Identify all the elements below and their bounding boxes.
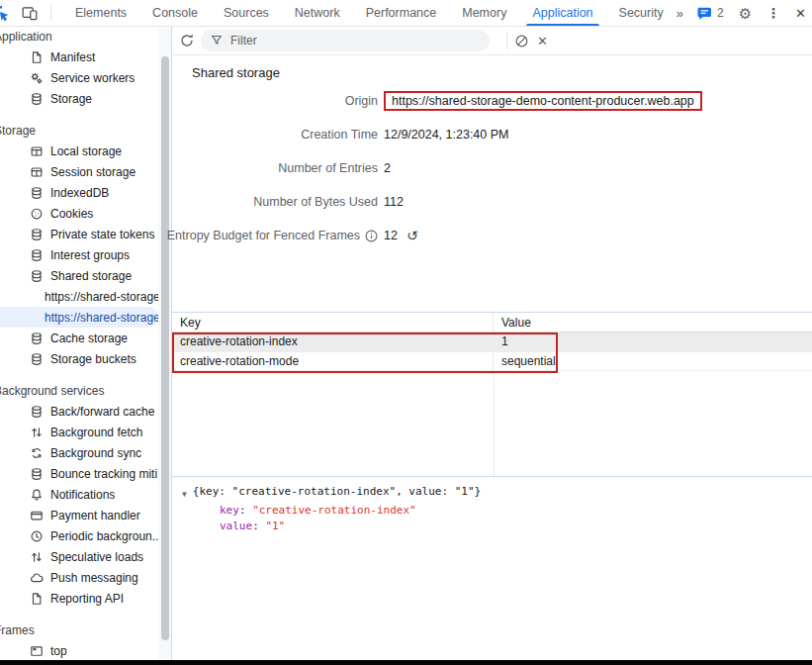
sidebar-item-storage[interactable]: Storage: [0, 88, 171, 109]
column-header-key[interactable]: Key: [172, 313, 494, 332]
issues-counter[interactable]: 2: [697, 6, 724, 20]
clear-all-icon[interactable]: [512, 32, 530, 49]
devtools-tab-bar: ElementsConsoleSourcesNetworkPerformance…: [0, 0, 812, 27]
expand-triangle-icon[interactable]: ▼: [182, 487, 187, 503]
sidebar-item-background-sync[interactable]: Background sync: [0, 442, 171, 463]
detail-label: Number of Bytes Used: [178, 195, 378, 209]
detail-label: Entropy Budget for Fenced Frames: [178, 229, 378, 242]
cell-key: creative-rotation-index: [172, 332, 494, 351]
sidebar-item-bounce-tracking-miti[interactable]: Bounce tracking miti...: [0, 463, 171, 484]
tab-network[interactable]: Network: [282, 0, 353, 26]
sidebar-item-background-fetch[interactable]: Background fetch: [0, 422, 171, 442]
filter-input[interactable]: [228, 33, 480, 48]
detail-value: 2: [384, 161, 391, 175]
sidebar-item-label: Payment handler: [50, 509, 140, 522]
column-divider[interactable]: [494, 371, 495, 476]
settings-gear-icon[interactable]: ⚙: [739, 6, 752, 21]
refresh-icon[interactable]: [178, 32, 196, 49]
sidebar-item-interest-groups[interactable]: Interest groups: [0, 244, 171, 265]
payment-card-icon: [30, 509, 44, 522]
detail-value-text-annotated: https://shared-storage-demo-content-prod…: [384, 91, 702, 111]
sidebar-item-indexeddb[interactable]: IndexedDB: [0, 182, 171, 203]
detail-value-text: 12/9/2024, 1:23:40 PM: [384, 128, 508, 142]
table-rows: creative-rotation-index1creative-rotatio…: [172, 332, 812, 371]
sidebar-item-speculative-loads[interactable]: Speculative loads: [0, 546, 171, 567]
sidebar-item-back-forward-cache[interactable]: Back/forward cache: [0, 401, 171, 422]
detail-label-text: Entropy Budget for Fenced Frames: [167, 229, 360, 242]
database-icon: [30, 228, 44, 241]
bell-icon: [30, 488, 44, 502]
sidebar-item-local-storage[interactable]: Local storage: [0, 141, 171, 161]
cloud-icon: [30, 571, 44, 585]
detail-row-origin: Originhttps://shared-storage-demo-conten…: [178, 90, 812, 112]
sidebar-item-manifest[interactable]: Manifest: [0, 47, 171, 67]
sidebar-item-label: Background sync: [50, 446, 141, 460]
shared-storage-toolbar: ✕: [172, 27, 812, 55]
sidebar-item-payment-handler[interactable]: Payment handler: [0, 505, 171, 525]
more-tabs-button[interactable]: »: [677, 6, 682, 21]
sidebar-item-label: https://shared-storage...: [45, 290, 170, 304]
detail-label-text: Origin: [345, 94, 378, 108]
sidebar-item-label: Back/forward cache: [50, 405, 154, 419]
sidebar-item-periodic-backgroun[interactable]: Periodic backgroun...: [0, 525, 171, 546]
tab-performance[interactable]: Performance: [353, 0, 450, 26]
filter-field[interactable]: [201, 30, 490, 51]
cell-value: 1: [494, 332, 812, 351]
sidebar-scrollbar-thumb[interactable]: [161, 56, 169, 640]
device-toolbar-icon[interactable]: [19, 2, 41, 24]
sidebar-item-push-messaging[interactable]: Push messaging: [0, 567, 171, 588]
object-property-key[interactable]: key: "creative-rotation-index": [180, 503, 812, 519]
sidebar-item-https-shared-storage[interactable]: https://shared-storage...: [0, 286, 171, 307]
sidebar-item-service-workers[interactable]: Service workers: [0, 67, 171, 88]
section-header-application: Application: [0, 27, 171, 47]
inspect-element-icon[interactable]: [0, 3, 12, 23]
database-icon: [30, 405, 44, 419]
tab-sources[interactable]: Sources: [211, 0, 282, 26]
detail-row-number-of-bytes-used: Number of Bytes Used112: [178, 191, 812, 213]
table-row-creative-rotation-index[interactable]: creative-rotation-index1: [172, 332, 812, 352]
kebab-menu-icon[interactable]: ⋮: [767, 6, 780, 20]
sidebar-item-notifications[interactable]: Notifications: [0, 484, 171, 505]
tab-elements[interactable]: Elements: [62, 0, 139, 26]
sidebar-item-cache-storage[interactable]: Cache storage: [0, 328, 171, 348]
filter-funnel-icon: [211, 35, 223, 47]
tab-security[interactable]: Security: [606, 0, 677, 26]
manifest-file-icon: [30, 592, 44, 606]
arrows-up-down-icon: [30, 426, 44, 439]
sidebar-item-label: Speculative loads: [50, 550, 143, 564]
service-worker-icon: [30, 71, 44, 85]
storage-items-table: KeyValue creative-rotation-index1creativ…: [172, 312, 812, 477]
sidebar-item-top[interactable]: top: [0, 640, 171, 660]
shared-storage-panel: ✕ Shared storage Originhttps://shared-st…: [172, 27, 812, 660]
issues-bubble-icon: [697, 7, 712, 20]
info-icon[interactable]: [365, 230, 378, 242]
sidebar-item-private-state-tokens[interactable]: Private state tokens: [0, 224, 171, 244]
tab-memory[interactable]: Memory: [449, 0, 519, 26]
sidebar-item-https-shared-storage[interactable]: https://shared-storage...: [0, 307, 158, 328]
property-colon: :: [252, 520, 265, 532]
sidebar-item-label: Storage buckets: [50, 352, 136, 366]
property-value: "creative-rotation-index": [252, 504, 416, 517]
application-sidebar: ApplicationManifestService workersStorag…: [0, 27, 172, 660]
reset-budget-icon[interactable]: ↺: [406, 228, 418, 243]
sidebar-item-cookies[interactable]: Cookies: [0, 203, 171, 224]
sidebar-item-reporting-api[interactable]: Reporting API: [0, 588, 171, 609]
detail-value-text: 112: [384, 195, 404, 209]
delete-selected-icon[interactable]: ✕: [535, 34, 550, 48]
tab-application[interactable]: Application: [519, 0, 605, 26]
tab-console[interactable]: Console: [139, 0, 211, 26]
sidebar-item-storage-buckets[interactable]: Storage buckets: [0, 348, 171, 369]
column-header-value[interactable]: Value: [494, 313, 812, 332]
object-property-value[interactable]: value: "1": [180, 519, 812, 534]
detail-row-entropy-budget-for-fenced-frames: Entropy Budget for Fenced Frames12↺: [178, 225, 812, 246]
section-header-storage: Storage: [0, 121, 171, 141]
table-icon: [30, 144, 44, 158]
property-name: key: [220, 504, 239, 517]
sidebar-item-shared-storage[interactable]: Shared storage: [0, 265, 171, 286]
close-devtools-icon[interactable]: ✕: [795, 7, 806, 20]
object-preview-line[interactable]: ▼ {key: "creative-rotation-index", value…: [180, 484, 812, 503]
sidebar-item-label: Interest groups: [50, 248, 130, 262]
sidebar-item-session-storage[interactable]: Session storage: [0, 161, 171, 182]
table-row-creative-rotation-mode[interactable]: creative-rotation-modesequential: [172, 352, 812, 372]
detail-row-number-of-entries: Number of Entries2: [178, 157, 812, 179]
